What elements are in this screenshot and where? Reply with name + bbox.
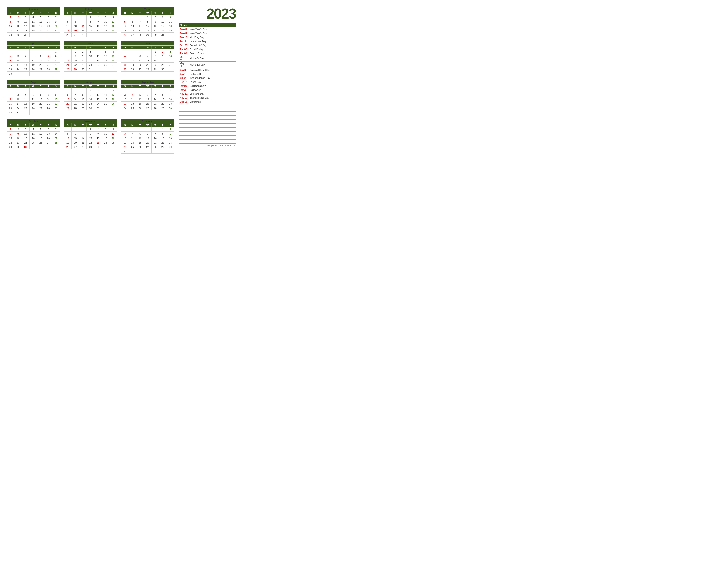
calendar-day: 26	[64, 33, 71, 37]
calendar-day: 22	[7, 28, 14, 33]
calendar-day: 25	[129, 106, 136, 110]
calendar-day: 15	[144, 24, 151, 28]
day-header: M	[129, 123, 136, 127]
calendar-day: 3	[167, 49, 174, 54]
day-header: W	[29, 46, 37, 49]
calendar-day	[151, 127, 159, 132]
calendar-day	[52, 145, 60, 149]
day-header: W	[87, 46, 94, 49]
calendar-day: 9	[87, 93, 94, 97]
calendar-day: 4	[102, 88, 109, 93]
calendar-day: 4	[22, 54, 29, 58]
calendar-day: 2	[167, 88, 174, 93]
calendar-day: 23	[87, 102, 94, 106]
calendar-day: 14	[52, 132, 60, 136]
calendar-day: 4	[129, 93, 136, 97]
calendar-day: 8	[87, 132, 94, 136]
calendar-day	[136, 15, 144, 19]
calendar-day: 2	[94, 127, 102, 132]
note-row: Dec 25Christmas	[179, 100, 236, 104]
day-header: T	[136, 11, 144, 15]
day-header: S	[121, 46, 129, 49]
month-table-january: JanuarySMTWTFS12345678910111213141516171…	[7, 7, 60, 37]
day-header: S	[167, 46, 174, 49]
note-blank-row	[179, 124, 236, 128]
calendar-day	[129, 127, 136, 132]
note-name: Memorial Day	[189, 62, 236, 68]
calendar-day: 2	[7, 93, 14, 97]
note-blank-row	[179, 132, 236, 135]
month-name-august: August	[64, 80, 117, 85]
calendar-day	[64, 15, 71, 19]
calendar-day	[71, 88, 79, 93]
calendar-day: 20	[64, 102, 71, 106]
note-name: New Year's Day	[189, 27, 236, 31]
calendar-day: 29	[71, 67, 79, 71]
calendar-day	[64, 127, 71, 132]
calendar-day: 19	[136, 102, 144, 106]
calendar-day: 16	[151, 24, 159, 28]
calendar-day: 23	[94, 28, 102, 33]
calendar-day: 22	[79, 102, 86, 106]
note-row: Jan 02New Year's Day	[179, 31, 236, 35]
calendar-day: 7	[79, 19, 86, 24]
calendar-day: 14	[144, 58, 151, 63]
day-header: M	[14, 123, 22, 127]
calendar-day: 21	[136, 28, 144, 33]
calendar-day: 11	[129, 136, 136, 140]
calendar-day: 20	[109, 58, 117, 63]
calendar-day: 13	[37, 97, 45, 102]
calendar-day: 21	[52, 24, 60, 28]
calendar-day: 31	[14, 110, 22, 115]
day-header: S	[109, 123, 117, 127]
note-date: May 29	[179, 62, 189, 68]
day-header: T	[79, 11, 86, 15]
day-header: S	[7, 46, 14, 49]
calendar-day: 7	[52, 15, 60, 19]
note-row: Apr 09Easter Sunday	[179, 51, 236, 55]
right-section: 2023 Notes: Jan 01New Year's DayJan 02Ne…	[179, 7, 236, 154]
calendar-day: 16	[94, 24, 102, 28]
day-header: S	[121, 123, 129, 127]
day-header: M	[129, 46, 136, 49]
calendar-day: 17	[102, 136, 109, 140]
calendar-day: 19	[64, 28, 71, 33]
note-row: Jun 02National Donut Day	[179, 68, 236, 72]
calendar-day: 11	[29, 132, 37, 136]
day-header: T	[37, 85, 45, 88]
month-name-july: July	[7, 80, 60, 85]
calendar-day: 12	[136, 97, 144, 102]
calendar-day: 5	[29, 93, 37, 97]
calendar-day: 28	[79, 145, 86, 149]
note-blank-row	[179, 116, 236, 120]
calendar-day: 18	[129, 140, 136, 145]
calendar-day: 27	[144, 145, 151, 149]
calendar-day	[45, 49, 52, 54]
calendar-day	[37, 88, 45, 93]
day-header: T	[94, 11, 102, 15]
note-blank-row	[179, 139, 236, 143]
calendar-day: 20	[136, 63, 144, 67]
day-header: S	[167, 85, 174, 88]
calendar-day	[167, 149, 174, 154]
note-name: Halloween	[189, 88, 236, 92]
calendar-day	[22, 71, 29, 76]
day-header: W	[29, 11, 37, 15]
calendar-day: 1	[151, 49, 159, 54]
calendar-day: 12	[121, 24, 129, 28]
calendar-day: 21	[45, 63, 52, 67]
day-header: T	[151, 123, 159, 127]
calendar-day: 24	[102, 140, 109, 145]
calendar-day: 15	[71, 58, 79, 63]
calendar-day: 7	[151, 132, 159, 136]
calendar-day: 17	[94, 97, 102, 102]
calendar-day: 20	[45, 24, 52, 28]
calendar-day: 19	[129, 63, 136, 67]
day-header: T	[22, 85, 29, 88]
day-header: W	[144, 123, 151, 127]
calendar-day	[129, 49, 136, 54]
calendar-day	[144, 88, 151, 93]
note-blank-date	[179, 108, 189, 112]
note-name: National Donut Day	[189, 68, 236, 72]
calendar-day	[136, 49, 144, 54]
